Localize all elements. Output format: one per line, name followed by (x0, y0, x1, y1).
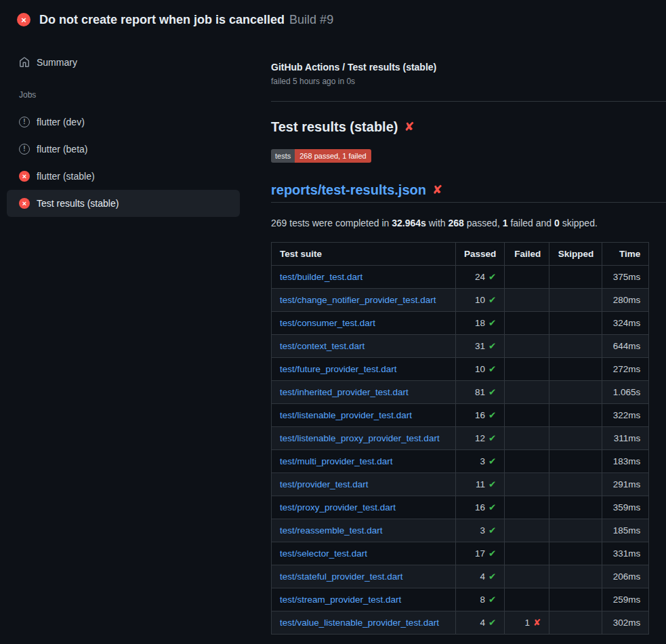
skipped-cell (549, 473, 602, 496)
table-row: test/context_test.dart31✔644ms (272, 335, 649, 358)
failed-x-icon: ✘ (432, 182, 442, 198)
summary-segment: failed and (508, 218, 555, 228)
sidebar-item-job[interactable]: !flutter (beta) (7, 136, 240, 163)
test-suite-link[interactable]: test/future_provider_test.dart (280, 364, 397, 374)
check-icon: ✔ (488, 410, 496, 420)
sidebar-item-job[interactable]: !flutter (dev) (7, 108, 240, 136)
skipped-cell (549, 565, 602, 588)
alert-circle-icon: ! (19, 144, 30, 155)
test-suite-cell: test/consumer_test.dart (272, 312, 456, 335)
table-row: test/listenable_provider_test.dart16✔322… (272, 404, 649, 427)
test-suite-link[interactable]: test/listenable_provider_test.dart (280, 410, 412, 420)
passed-cell: 16✔ (456, 404, 505, 427)
passed-cell: 18✔ (456, 312, 505, 335)
test-suite-link[interactable]: test/builder_test.dart (280, 272, 362, 282)
failed-cell (505, 381, 549, 404)
sidebar-item-label: flutter (beta) (37, 142, 87, 156)
col-header-time: Time (602, 243, 649, 266)
time-cell: 206ms (602, 565, 649, 588)
skipped-cell (549, 427, 602, 450)
check-icon: ✔ (488, 433, 496, 443)
test-suite-link[interactable]: test/proxy_provider_test.dart (280, 502, 396, 512)
sidebar: Summary Jobs !flutter (dev)!flutter (bet… (0, 38, 271, 217)
time-cell: 375ms (602, 266, 649, 289)
check-icon: ✔ (488, 618, 496, 628)
section-title-text: Test results (stable) (271, 118, 398, 136)
sidebar-item-summary[interactable]: Summary (7, 49, 240, 76)
summary-text: 269 tests were completed in 32.964s with… (271, 216, 666, 230)
table-header-row: Test suite Passed Failed Skipped Time (272, 243, 649, 266)
check-icon: ✔ (488, 295, 496, 305)
test-suite-link[interactable]: test/value_listenable_provider_test.dart (280, 618, 439, 628)
report-file-link[interactable]: reports/test-results.json (271, 182, 426, 198)
sidebar-jobs: !flutter (dev)!flutter (beta)×flutter (s… (7, 108, 255, 217)
failed-cell (505, 450, 549, 473)
check-icon: ✔ (488, 502, 496, 512)
failed-x-icon: ✘ (404, 118, 414, 136)
skipped-cell (549, 289, 602, 312)
table-row: test/inherited_provider_test.dart81✔1.06… (272, 381, 649, 404)
failed-cell (505, 496, 549, 519)
passed-cell: 31✔ (456, 335, 505, 358)
test-suite-cell: test/reassemble_test.dart (272, 519, 456, 542)
failed-cell (505, 427, 549, 450)
time-cell: 322ms (602, 404, 649, 427)
test-suite-link[interactable]: test/stateful_provider_test.dart (280, 571, 403, 582)
table-row: test/stateful_provider_test.dart4✔206ms (272, 565, 649, 588)
test-suite-cell: test/future_provider_test.dart (272, 358, 456, 381)
failed-cell (505, 565, 549, 588)
x-circle-icon: × (19, 198, 30, 209)
test-suite-link[interactable]: test/multi_provider_test.dart (280, 456, 393, 466)
test-suite-cell: test/listenable_provider_test.dart (272, 404, 456, 427)
test-suite-cell: test/context_test.dart (272, 335, 456, 358)
test-suite-link[interactable]: test/consumer_test.dart (280, 318, 375, 328)
table-row: test/builder_test.dart24✔375ms (272, 266, 649, 289)
badge-value: 268 passed, 1 failed (295, 149, 371, 163)
test-suite-cell: test/provider_test.dart (272, 473, 456, 496)
table-row: test/stream_provider_test.dart8✔259ms (272, 588, 649, 611)
run-title-text: Do not create report when job is cancell… (39, 13, 285, 26)
section-title: Test results (stable) ✘ (271, 118, 666, 136)
jobs-section-label: Jobs (19, 90, 255, 100)
sidebar-item-job[interactable]: ×flutter (stable) (7, 163, 240, 190)
failed-cell (505, 312, 549, 335)
summary-failed-count: 1 (503, 218, 508, 228)
test-suite-link[interactable]: test/inherited_provider_test.dart (280, 387, 409, 397)
summary-duration: 32.964s (392, 218, 426, 228)
col-header-failed: Failed (505, 243, 549, 266)
test-suite-cell: test/multi_provider_test.dart (272, 450, 456, 473)
check-icon: ✔ (488, 548, 496, 559)
test-suite-link[interactable]: test/stream_provider_test.dart (280, 595, 401, 605)
breadcrumb: GitHub Actions / Test results (stable) (271, 62, 666, 73)
results-table: Test suite Passed Failed Skipped Time te… (271, 242, 649, 635)
test-suite-cell: test/change_notifier_provider_test.dart (272, 289, 456, 312)
passed-cell: 4✔ (456, 565, 505, 588)
divider (271, 101, 666, 102)
test-suite-link[interactable]: test/listenable_proxy_provider_test.dart (280, 433, 440, 443)
passed-cell: 3✔ (456, 519, 505, 542)
test-suite-link[interactable]: test/context_test.dart (280, 341, 365, 351)
test-suite-link[interactable]: test/selector_test.dart (280, 548, 367, 559)
badge-label: tests (271, 149, 295, 163)
check-icon: ✔ (488, 387, 496, 397)
test-suite-cell: test/listenable_proxy_provider_test.dart (272, 427, 456, 450)
summary-segment: passed, (464, 218, 503, 228)
skipped-cell (549, 542, 602, 565)
passed-cell: 81✔ (456, 381, 505, 404)
failed-cell (505, 473, 549, 496)
test-suite-link[interactable]: test/change_notifier_provider_test.dart (280, 295, 436, 305)
test-suite-cell: test/stateful_provider_test.dart (272, 565, 456, 588)
table-row: test/value_listenable_provider_test.dart… (272, 611, 649, 635)
check-icon: ✔ (488, 272, 496, 282)
failed-cell (505, 289, 549, 312)
main-content: GitHub Actions / Test results (stable) f… (271, 38, 666, 635)
skipped-cell (549, 450, 602, 473)
table-row: test/selector_test.dart17✔331ms (272, 542, 649, 565)
test-suite-link[interactable]: test/reassemble_test.dart (280, 525, 383, 536)
failed-cell (505, 519, 549, 542)
time-cell: 259ms (602, 588, 649, 611)
report-heading: reports/test-results.json ✘ (271, 182, 666, 203)
skipped-cell (549, 266, 602, 289)
test-suite-link[interactable]: test/provider_test.dart (280, 479, 369, 489)
sidebar-item-job[interactable]: ×Test results (stable) (7, 190, 240, 217)
